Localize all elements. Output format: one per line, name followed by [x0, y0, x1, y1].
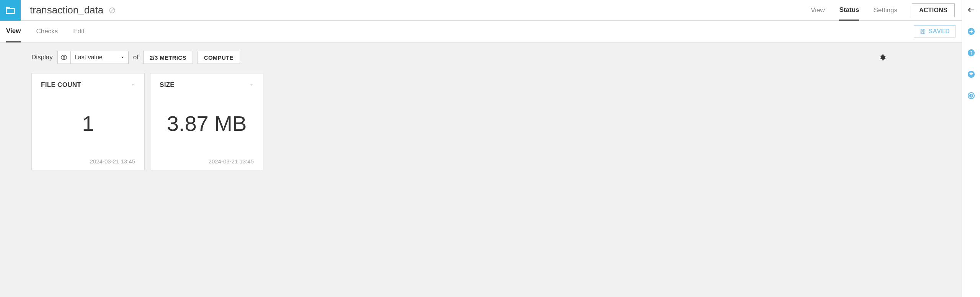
- plus-circle-icon[interactable]: [967, 27, 976, 36]
- svg-rect-1: [921, 29, 923, 30]
- card-value: 3.87 MB: [160, 89, 254, 158]
- sub-tab-view[interactable]: View: [6, 21, 21, 42]
- gear-icon[interactable]: [879, 54, 886, 61]
- display-label: Display: [31, 54, 53, 61]
- of-label: of: [133, 54, 139, 61]
- clock-circle-icon[interactable]: [967, 91, 976, 100]
- saved-button: SAVED: [914, 25, 956, 38]
- card-size: SIZE 3.87 MB 2024-03-21 13:45: [150, 73, 263, 170]
- actions-button[interactable]: ACTIONS: [912, 3, 955, 17]
- display-select-value: Last value: [71, 54, 117, 61]
- info-circle-icon[interactable]: [967, 48, 976, 57]
- folder-icon[interactable]: [0, 0, 21, 21]
- sub-tabs: View Checks Edit: [0, 21, 84, 42]
- top-nav-status[interactable]: Status: [839, 0, 859, 21]
- top-nav: View Status Settings ACTIONS: [811, 0, 962, 20]
- chevron-down-icon[interactable]: [131, 83, 135, 87]
- display-toolbar: Display Last value of 2/3 METRICS COMPUT…: [31, 51, 951, 64]
- compute-button[interactable]: COMPUTE: [198, 51, 240, 64]
- saved-label: SAVED: [929, 28, 950, 35]
- refresh-disabled-icon: [109, 7, 116, 14]
- svg-rect-2: [921, 32, 923, 34]
- sub-tab-checks[interactable]: Checks: [36, 21, 58, 42]
- sub-header: View Checks Edit SAVED: [0, 21, 962, 42]
- chat-circle-icon[interactable]: [967, 70, 976, 79]
- display-select[interactable]: Last value: [57, 51, 129, 64]
- svg-point-6: [970, 51, 972, 52]
- card-title: SIZE: [160, 81, 175, 89]
- chevron-down-icon: [117, 55, 128, 60]
- eye-icon: [58, 51, 71, 64]
- top-header: transaction_data View Status Settings AC…: [0, 0, 962, 21]
- svg-point-3: [63, 57, 65, 59]
- sub-tab-edit[interactable]: Edit: [73, 21, 84, 42]
- card-file-count: FILE COUNT 1 2024-03-21 13:45: [31, 73, 145, 170]
- page-title: transaction_data: [30, 4, 103, 16]
- chevron-down-icon[interactable]: [249, 83, 254, 87]
- right-rail: [962, 0, 980, 297]
- content-area: Display Last value of 2/3 METRICS COMPUT…: [0, 42, 962, 297]
- save-icon: [920, 28, 926, 34]
- metric-cards: FILE COUNT 1 2024-03-21 13:45 SIZE 3.87 …: [31, 73, 951, 170]
- card-timestamp: 2024-03-21 13:45: [160, 158, 254, 165]
- back-arrow-icon[interactable]: [967, 5, 976, 15]
- card-title: FILE COUNT: [41, 81, 81, 89]
- card-value: 1: [41, 89, 135, 158]
- card-timestamp: 2024-03-21 13:45: [41, 158, 135, 165]
- top-nav-settings[interactable]: Settings: [874, 0, 897, 20]
- metrics-button[interactable]: 2/3 METRICS: [143, 51, 193, 64]
- top-nav-view[interactable]: View: [811, 0, 825, 20]
- svg-rect-7: [971, 52, 972, 55]
